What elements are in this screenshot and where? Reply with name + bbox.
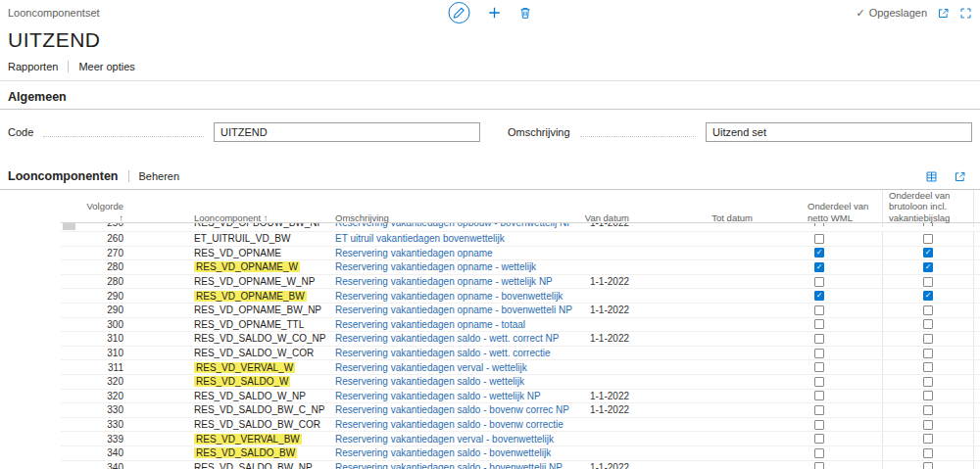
bruto-checkbox[interactable] <box>923 334 933 344</box>
open-page-button[interactable] <box>954 170 966 183</box>
wml-checkbox[interactable] <box>814 377 824 387</box>
looncomponent-value[interactable]: RES_VD_SALDO_W_COR <box>194 348 314 358</box>
omschrijving-link[interactable]: Reservering vakantiedagen verval - wette… <box>335 362 527 373</box>
breadcrumb[interactable]: Looncomponentset <box>8 7 100 19</box>
omschrijving-link[interactable]: Reservering vakantiedagen saldo - bovenw… <box>335 419 564 430</box>
table-row[interactable]: 330 RES_VD_SALDO_BW_COR Reservering vaka… <box>61 418 980 433</box>
omschrijving-link[interactable]: Reservering vakantiedagen saldo - bovenw… <box>335 462 563 469</box>
bruto-checkbox[interactable] <box>923 277 933 287</box>
table-row[interactable]: 260 ET_UITRUIL_VD_BW ET uitruil vakantie… <box>61 232 980 247</box>
bruto-checkbox[interactable] <box>923 234 933 244</box>
table-row[interactable]: 300 RES_VD_OPNAME_TTL Reservering vakant… <box>61 318 980 333</box>
bruto-checkbox[interactable] <box>923 362 933 372</box>
wml-checkbox[interactable] <box>814 277 824 287</box>
looncomponent-value[interactable]: RES_VD_OPNAME_W_NP <box>194 276 315 287</box>
table-row[interactable]: 290 RES_VD_OPNAME_BW Reservering vakanti… <box>61 289 980 304</box>
bruto-checkbox[interactable] <box>923 248 933 258</box>
table-row[interactable]: 310 RES_VD_SALDO_W_CO_NP Reservering vak… <box>61 332 980 347</box>
scrollbar-thumb[interactable] <box>63 223 75 230</box>
omschrijving-link[interactable]: Reservering vakantiedagen saldo - bovenw… <box>335 404 569 415</box>
wml-checkbox[interactable] <box>814 234 824 244</box>
menu-rapporten[interactable]: Rapporten <box>8 61 58 72</box>
wml-checkbox[interactable] <box>814 305 824 315</box>
table-row[interactable]: 290 RES_VD_OPNAME_BW_NP Reservering vaka… <box>61 304 980 318</box>
bruto-checkbox[interactable] <box>923 262 933 272</box>
omschrijving-link[interactable]: Reservering vakantiedagen opname - wette… <box>335 261 536 272</box>
bruto-checkbox[interactable] <box>923 420 933 430</box>
bruto-checkbox[interactable] <box>923 462 933 469</box>
wml-checkbox[interactable] <box>814 223 824 226</box>
wml-checkbox[interactable] <box>814 334 824 344</box>
looncomponent-value[interactable]: RES_VD_OPNAME_TTL <box>194 319 304 330</box>
wml-checkbox[interactable] <box>814 462 824 469</box>
table-row[interactable]: 280 RES_VD_OPNAME_W_NP Reservering vakan… <box>61 275 980 290</box>
code-input[interactable] <box>214 122 480 142</box>
bruto-checkbox[interactable] <box>923 434 933 444</box>
bruto-checkbox[interactable] <box>923 349 933 358</box>
table-row[interactable]: 250 RES_VD_OPBOUW_BW_NP Reservering vaka… <box>61 223 980 232</box>
bruto-checkbox[interactable] <box>923 377 933 387</box>
looncomponent-value[interactable]: RES_VD_SALDO_W <box>194 376 290 387</box>
omschrijving-link[interactable]: Reservering vakantiedagen verval - boven… <box>335 434 554 445</box>
wml-checkbox[interactable] <box>814 248 824 258</box>
table-row[interactable]: 340 RES_VD_SALDO_BW_NP Reservering vakan… <box>61 461 980 469</box>
wml-checkbox[interactable] <box>814 391 824 400</box>
omschrijving-link[interactable]: Reservering vakantiedagen saldo - bovenw… <box>335 447 551 458</box>
omschrijving-link[interactable]: Reservering vakantiedagen opname - wette… <box>335 276 553 287</box>
looncomponent-value[interactable]: RES_VD_SALDO_W_NP <box>194 391 306 401</box>
looncomponent-value[interactable]: ET_UITRUIL_VD_BW <box>194 233 290 244</box>
omschrijving-link[interactable]: Reservering vakantiedagen saldo - wett. … <box>335 333 559 344</box>
omschrijving-link[interactable]: ET uitruil vakantiedagen bovenwettelijk <box>335 233 505 244</box>
header-bruto[interactable]: Onderdeel van brutoloon incl. vakantiebi… <box>882 190 974 227</box>
omschrijving-input[interactable] <box>706 122 972 142</box>
table-row[interactable]: 311 RES_VD_VERVAL_W Reservering vakantie… <box>61 360 980 375</box>
bruto-checkbox[interactable] <box>923 291 933 301</box>
omschrijving-link[interactable]: Reservering vakantiedagen opname - boven… <box>335 305 572 315</box>
omschrijving-link[interactable]: Reservering vakantiedagen saldo - wett. … <box>335 348 551 358</box>
omschrijving-link[interactable]: Reservering vakantiedagen saldo - wettel… <box>335 391 541 401</box>
bruto-checkbox[interactable] <box>923 305 933 315</box>
table-row[interactable]: 280 RES_VD_OPNAME_W Reservering vakantie… <box>61 260 980 275</box>
table-row[interactable]: 320 RES_VD_SALDO_W_NP Reservering vakant… <box>61 390 980 404</box>
bruto-checkbox[interactable] <box>923 405 933 415</box>
wml-checkbox[interactable] <box>814 349 824 358</box>
bruto-checkbox[interactable] <box>923 448 933 458</box>
open-in-excel-button[interactable] <box>925 170 938 183</box>
wml-checkbox[interactable] <box>814 434 824 444</box>
share-window-button[interactable] <box>937 7 950 20</box>
wml-checkbox[interactable] <box>814 448 824 458</box>
bruto-checkbox[interactable] <box>923 223 933 226</box>
new-button[interactable] <box>488 6 502 20</box>
wml-checkbox[interactable] <box>814 291 824 301</box>
looncomponent-value[interactable]: RES_VD_SALDO_W_CO_NP <box>194 333 326 344</box>
table-row[interactable]: 270 RES_VD_OPNAME Reservering vakantieda… <box>61 247 980 261</box>
looncomponent-value[interactable]: RES_VD_OPNAME_BW_NP <box>194 305 321 315</box>
wml-checkbox[interactable] <box>814 420 824 430</box>
table-row[interactable]: 310 RES_VD_SALDO_W_COR Reservering vakan… <box>61 347 980 361</box>
looncomponent-value[interactable]: RES_VD_OPBOUW_BW_NP <box>194 223 323 228</box>
wml-checkbox[interactable] <box>814 405 824 415</box>
wml-checkbox[interactable] <box>814 319 824 329</box>
looncomponent-value[interactable]: RES_VD_VERVAL_W <box>194 362 295 373</box>
table-row[interactable]: 339 RES_VD_VERVAL_BW Reservering vakanti… <box>61 432 980 446</box>
wml-checkbox[interactable] <box>814 362 824 372</box>
omschrijving-link[interactable]: Reservering vakantiedagen opname - totaa… <box>335 319 525 330</box>
looncomponent-value[interactable]: RES_VD_VERVAL_BW <box>194 434 302 445</box>
looncomponent-value[interactable]: RES_VD_OPNAME_BW <box>194 291 307 302</box>
header-tot-datum[interactable]: Tot datum <box>633 212 757 227</box>
table-row[interactable]: 340 RES_VD_SALDO_BW Reservering vakantie… <box>61 446 980 461</box>
resize-window-button[interactable] <box>959 7 972 20</box>
looncomponent-value[interactable]: RES_VD_SALDO_BW_COR <box>194 419 320 430</box>
wml-checkbox[interactable] <box>814 262 824 272</box>
omschrijving-link[interactable]: Reservering vakantiedagen saldo - wettel… <box>335 376 524 387</box>
looncomponent-value[interactable]: RES_VD_SALDO_BW_C_NP <box>194 404 324 415</box>
delete-button[interactable] <box>519 6 532 20</box>
table-row[interactable]: 330 RES_VD_SALDO_BW_C_NP Reservering vak… <box>61 403 980 418</box>
omschrijving-link[interactable]: Reservering vakantiedagen opname <box>335 248 493 258</box>
edit-button[interactable] <box>449 2 470 23</box>
bruto-checkbox[interactable] <box>923 391 933 400</box>
table-row[interactable]: 320 RES_VD_SALDO_W Reservering vakantied… <box>61 375 980 390</box>
bruto-checkbox[interactable] <box>923 319 933 329</box>
menu-beheren[interactable]: Beheren <box>139 170 180 182</box>
omschrijving-link[interactable]: Reservering vakantiedagen opbouw - boven… <box>335 223 573 228</box>
